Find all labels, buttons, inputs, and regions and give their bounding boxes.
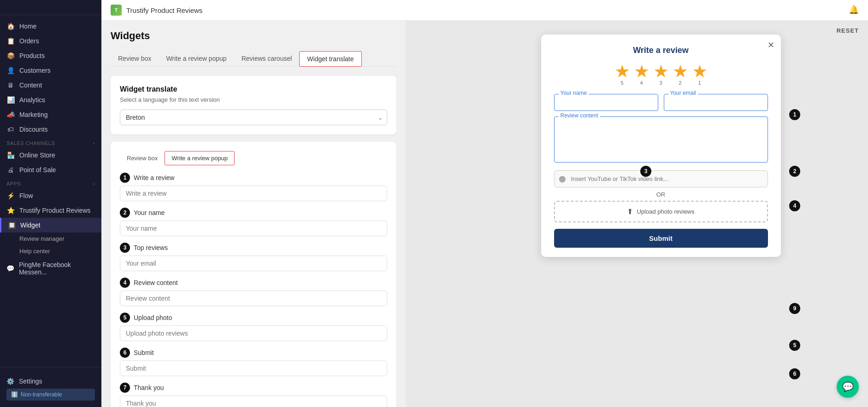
preview-badge-5: 5: [789, 340, 800, 351]
sidebar-item-trustify[interactable]: ⭐ Trustify Product Reviews: [0, 203, 101, 218]
info-icon: ℹ️: [11, 391, 18, 398]
page-title: Widgets: [111, 30, 396, 42]
sidebar-sub-review-manager[interactable]: Review manager: [0, 233, 101, 245]
sidebar-item-home[interactable]: 🏠 Home: [0, 19, 101, 34]
preview-name-label: Your name: [559, 90, 589, 96]
language-select-wrapper: Breton English French Spanish German: [120, 110, 387, 125]
field-input-7[interactable]: [120, 395, 387, 407]
tab-reviews-carousel[interactable]: Reviews carousel: [234, 51, 300, 67]
star-5: ★: [614, 63, 630, 80]
star-item-2[interactable]: ★ 2: [673, 63, 688, 86]
field-group-2: 2 Your name: [120, 208, 387, 236]
sidebar-item-orders[interactable]: 📋 Orders: [0, 34, 101, 48]
star-item-3[interactable]: ★ 3: [653, 63, 669, 86]
sidebar-item-online-store[interactable]: 🏪 Online Store: [0, 148, 101, 163]
preview-name-email-row: Your name Your email: [554, 94, 768, 111]
star-item-5[interactable]: ★ 5: [614, 63, 630, 86]
field-input-1[interactable]: [120, 186, 387, 201]
sidebar-nav: 🏠 Home 📋 Orders 📦 Products 👤 Customers 🖥…: [0, 15, 101, 367]
upload-area[interactable]: ⬆ Upload photo reviews: [554, 201, 768, 222]
field-label-7: 7 Thank you: [120, 383, 387, 393]
home-icon: 🏠: [6, 23, 15, 30]
field-input-2[interactable]: [120, 221, 387, 236]
star-item-4[interactable]: ★ 4: [634, 63, 650, 86]
star-3: ★: [653, 63, 669, 80]
tab-widget-translate[interactable]: Widget translate: [299, 51, 361, 67]
trustify-icon: ⭐: [6, 207, 15, 214]
tab-write-review-popup[interactable]: Write a review popup: [159, 51, 234, 67]
main-tabs: Review box Write a review popup Reviews …: [111, 51, 396, 67]
preview-video-input[interactable]: [554, 170, 768, 187]
sidebar-item-analytics[interactable]: 📊 Analytics: [0, 93, 101, 107]
preview-email-input[interactable]: [664, 94, 768, 111]
preview-badge-6: 6: [789, 368, 800, 379]
field-num-7: 7: [120, 383, 130, 393]
sidebar-item-pingme-label: PingMe Facebook Messen...: [19, 261, 95, 276]
notification-icon[interactable]: 🔔: [849, 5, 859, 15]
chat-button[interactable]: 💬: [837, 376, 859, 398]
tab-review-box[interactable]: Review box: [111, 51, 159, 67]
reset-button[interactable]: RESET: [837, 27, 859, 34]
field-num-6: 6: [120, 348, 130, 358]
sidebar-item-flow-label: Flow: [19, 192, 33, 199]
analytics-icon: 📊: [6, 96, 15, 104]
preview-close-button[interactable]: ✕: [768, 40, 774, 50]
sidebar-item-analytics-label: Analytics: [19, 96, 45, 104]
widget-translate-title: Widget translate: [120, 85, 387, 93]
sidebar-item-widget[interactable]: 🔲 Widget: [0, 218, 101, 233]
orders-icon: 📋: [6, 37, 15, 45]
star-2: ★: [673, 63, 688, 80]
sidebar: 🏠 Home 📋 Orders 📦 Products 👤 Customers 🖥…: [0, 0, 101, 407]
star-4: ★: [634, 63, 650, 80]
language-select[interactable]: Breton English French Spanish German: [120, 110, 387, 125]
top-bar: T Trustify Product Reviews: [101, 0, 868, 21]
video-input-wrap: ⬤: [554, 170, 768, 187]
discounts-icon: 🏷: [6, 126, 15, 133]
preview-email-field: Your email: [664, 94, 768, 111]
preview-badge-4: 4: [789, 200, 800, 211]
sidebar-item-discounts[interactable]: 🏷 Discounts: [0, 122, 101, 137]
field-input-5[interactable]: [120, 326, 387, 341]
content-area: Widgets Review box Write a review popup …: [101, 21, 868, 407]
sidebar-sub-help-center[interactable]: Help center: [0, 245, 101, 257]
products-icon: 📦: [6, 52, 15, 59]
sidebar-footer: ⚙️ Settings ℹ️ Non-transferable: [0, 367, 101, 407]
preview-name-input[interactable]: [554, 94, 658, 111]
widget-translate-desc: Select a language for this text version: [120, 96, 387, 103]
inner-tab-write-review-popup[interactable]: Write a review popup: [165, 151, 235, 165]
preview-review-textarea[interactable]: [554, 116, 768, 163]
sidebar-item-products-label: Products: [19, 52, 45, 59]
field-input-6[interactable]: [120, 360, 387, 376]
preview-badge-9: 9: [789, 303, 800, 314]
sidebar-item-marketing[interactable]: 📣 Marketing: [0, 107, 101, 122]
sidebar-item-customers[interactable]: 👤 Customers: [0, 63, 101, 78]
field-input-4[interactable]: [120, 291, 387, 306]
sidebar-item-content-label: Content: [19, 81, 42, 89]
field-group-3: 3 Top reviews: [120, 243, 387, 271]
online-store-icon: 🏪: [6, 151, 15, 159]
sidebar-item-customers-label: Customers: [19, 67, 51, 74]
star-item-1[interactable]: ★ 1: [692, 63, 708, 86]
non-transferable-badge: ℹ️ Non-transferable: [6, 389, 95, 401]
field-input-3[interactable]: [120, 256, 387, 271]
customers-icon: 👤: [6, 67, 15, 74]
app-title: Trustify Product Reviews: [126, 6, 202, 14]
preview-badge-2: 2: [789, 166, 800, 177]
preview-badge-1: 1: [789, 109, 800, 120]
sidebar-item-pos-label: Point of Sale: [19, 166, 56, 174]
sidebar-item-point-of-sale[interactable]: 🖨 Point of Sale: [0, 163, 101, 177]
field-group-5: 5 Upload photo: [120, 313, 387, 341]
flow-icon: ⚡: [6, 192, 15, 199]
submit-button[interactable]: Submit: [554, 229, 768, 248]
inner-tab-review-box[interactable]: Review box: [120, 151, 165, 165]
field-group-4: 4 Review content: [120, 278, 387, 306]
preview-email-label: Your email: [668, 90, 698, 96]
sidebar-item-products[interactable]: 📦 Products: [0, 48, 101, 63]
sidebar-item-widget-label: Widget: [20, 221, 41, 229]
sidebar-item-pingme[interactable]: 💬 PingMe Facebook Messen...: [0, 257, 101, 279]
settings-item[interactable]: ⚙️ Settings: [6, 374, 95, 389]
sidebar-item-content[interactable]: 🖥 Content: [0, 78, 101, 93]
sidebar-item-flow[interactable]: ⚡ Flow: [0, 188, 101, 203]
left-panel: Widgets Review box Write a review popup …: [101, 21, 406, 407]
preview-review-label: Review content: [559, 112, 600, 119]
